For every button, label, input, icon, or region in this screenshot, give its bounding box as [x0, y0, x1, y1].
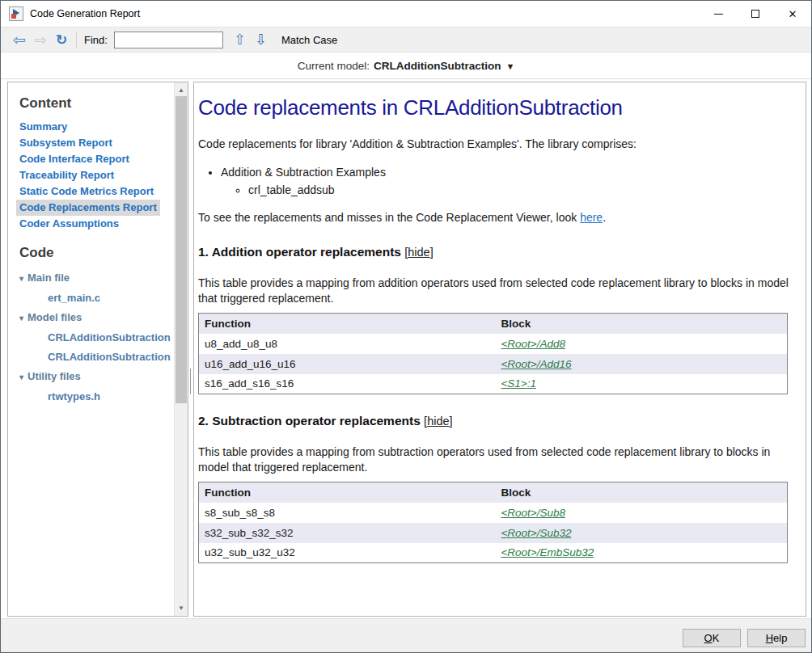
table-header-row: Function Block — [199, 314, 788, 334]
section-2-heading: 2. Subtraction operator replacements [hi… — [198, 414, 796, 428]
table-row: u8_add_u8_u8 <Root>/Add8 — [199, 334, 788, 354]
code-replacement-viewer-link[interactable]: here — [580, 211, 603, 224]
report-app-icon-square — [11, 14, 16, 19]
function-cell: s8_sub_s8_s8 — [199, 503, 496, 523]
table-row: s32_sub_s32_s32 <Root>/Sub32 — [199, 523, 788, 543]
sidebar-item-subsystem-report[interactable]: Subsystem Report — [19, 135, 112, 151]
block-link[interactable]: <Root>/Add16 — [501, 358, 571, 370]
find-label: Find: — [84, 34, 108, 46]
block-link[interactable]: <Root>/Add8 — [501, 338, 565, 350]
toolbar-separator — [76, 32, 77, 48]
function-cell: u16_add_u16_u16 — [199, 354, 496, 374]
window-controls: ✕ — [700, 1, 811, 27]
maximize-button[interactable] — [737, 1, 774, 27]
scroll-down-icon[interactable]: ▼ — [175, 605, 188, 612]
scroll-up-icon[interactable]: ▲ — [175, 86, 188, 94]
block-link[interactable]: <Root>/EmbSub32 — [501, 546, 594, 558]
minimize-button[interactable] — [700, 1, 737, 27]
collapse-icon[interactable]: ▾ — [19, 314, 23, 322]
block-column-header: Block — [495, 482, 787, 503]
content-heading: Content — [19, 95, 174, 112]
minimize-icon — [714, 14, 723, 15]
tree-file-rtwtypes-h[interactable]: rtwtypes.h — [19, 387, 174, 407]
table-row: s8_sub_s8_s8 <Root>/Sub8 — [199, 503, 788, 523]
find-input[interactable] — [114, 32, 223, 48]
code-heading: Code — [19, 245, 174, 261]
maximize-icon — [751, 10, 759, 18]
find-previous-icon[interactable]: ⇧ — [231, 31, 249, 48]
table-row: s16_add_s16_s16 <S1>:1 — [199, 374, 788, 394]
tree-file-ert-main-c[interactable]: ert_main.c — [19, 289, 174, 308]
library-table-item: crl_table_addsub — [248, 181, 796, 199]
function-cell: u8_add_u8_u8 — [199, 334, 496, 354]
sidebar-item-code-replacements-report[interactable]: Code Replacements Report — [16, 200, 160, 216]
page-title: Code replacements in CRLAdditionSubtract… — [198, 95, 796, 120]
section-1-hide-link[interactable]: hide — [408, 246, 429, 259]
section-1-description: This table provides a mapping from addit… — [198, 276, 796, 306]
dialog-footer: OK Help — [1, 618, 811, 652]
report-content: Code replacements in CRLAdditionSubtract… — [194, 82, 806, 563]
back-icon[interactable]: ⇦ — [9, 32, 30, 48]
report-panel: Code replacements in CRLAdditionSubtract… — [193, 82, 806, 617]
ok-button[interactable]: OK — [683, 629, 741, 647]
intro-paragraph: Code replacements for library 'Addition … — [198, 137, 796, 152]
close-button[interactable]: ✕ — [774, 1, 811, 27]
library-sublist: crl_table_addsub — [248, 181, 796, 199]
tree-node-utility-files[interactable]: ▾Utility files — [19, 367, 174, 387]
addition-replacements-table: Function Block u8_add_u8_u8 <Root>/Add8 … — [198, 313, 788, 394]
block-link[interactable]: <Root>/Sub8 — [501, 507, 565, 519]
sidebar-item-coder-assumptions[interactable]: Coder Assumptions — [19, 216, 119, 232]
function-cell: u32_sub_u32_u32 — [199, 543, 496, 563]
section-2-hide-link[interactable]: hide — [427, 415, 449, 428]
close-icon: ✕ — [789, 9, 797, 19]
current-model-name[interactable]: CRLAdditionSubtraction — [374, 60, 501, 72]
sidebar-scrollbar[interactable]: ▲ ▼ — [174, 82, 188, 616]
tree-node-main-file[interactable]: ▾Main file — [19, 268, 174, 289]
section-2-description: This table provides a mapping from subtr… — [198, 444, 796, 475]
current-model-prefix: Current model: — [298, 60, 370, 72]
help-button[interactable]: Help — [747, 629, 806, 647]
scrollbar-thumb[interactable] — [176, 96, 187, 403]
table-row: u32_sub_u32_u32 <Root>/EmbSub32 — [199, 543, 788, 563]
block-link[interactable]: <Root>/Sub32 — [501, 527, 571, 539]
collapse-icon[interactable]: ▾ — [19, 373, 23, 381]
function-cell: s32_sub_s32_s32 — [199, 523, 496, 543]
report-app-icon — [9, 6, 23, 21]
table-row: u16_add_u16_u16 <Root>/Add16 — [199, 354, 788, 374]
window-title: Code Generation Report — [30, 8, 140, 19]
model-dropdown-icon[interactable]: ▼ — [505, 61, 514, 71]
sidebar-content: Content Summary Subsystem Report Code In… — [8, 82, 174, 616]
tree-file-model-c[interactable]: CRLAdditionSubtraction — [19, 328, 174, 348]
table-header-row: Function Block — [199, 482, 788, 503]
forward-icon[interactable]: ⇨ — [30, 32, 51, 48]
block-column-header: Block — [495, 314, 787, 334]
match-case-label[interactable]: Match Case — [281, 34, 337, 46]
panel-splitter-handle[interactable] — [190, 369, 191, 394]
function-column-header: Function — [199, 482, 496, 503]
sidebar-item-code-interface-report[interactable]: Code Interface Report — [19, 151, 129, 167]
find-next-icon[interactable]: ⇩ — [252, 31, 270, 48]
subtraction-replacements-table: Function Block s8_sub_s8_s8 <Root>/Sub8 … — [198, 482, 788, 563]
find-toolbar: ⇦ ⇨ ↻ Find: ⇧ ⇩ Match Case — [1, 27, 811, 53]
current-model-bar: Current model: CRLAdditionSubtraction ▼ — [1, 53, 811, 79]
collapse-icon[interactable]: ▾ — [19, 274, 23, 283]
function-column-header: Function — [199, 314, 496, 334]
function-cell: s16_add_s16_s16 — [199, 374, 496, 394]
tree-file-model-h[interactable]: CRLAdditionSubtraction — [19, 348, 174, 367]
section-1-heading: 1. Addition operator replacements [hide] — [198, 245, 796, 259]
sidebar-item-traceability-report[interactable]: Traceability Report — [19, 167, 114, 183]
block-link[interactable]: <S1>:1 — [501, 377, 536, 390]
library-list: Addition & Subtraction Examples crl_tabl… — [221, 163, 796, 199]
code-generation-report-window: Code Generation Report ✕ ⇦ ⇨ ↻ Find: ⇧ ⇩… — [0, 0, 812, 653]
sidebar-item-summary[interactable]: Summary — [19, 119, 67, 135]
viewer-paragraph: To see the replacements and misses in th… — [198, 210, 796, 225]
title-bar: Code Generation Report ✕ — [1, 1, 811, 27]
library-item: Addition & Subtraction Examples crl_tabl… — [221, 163, 796, 199]
navigation-sidebar: Content Summary Subsystem Report Code In… — [7, 82, 188, 617]
sidebar-item-static-code-metrics-report[interactable]: Static Code Metrics Report — [19, 183, 154, 200]
tree-node-model-files[interactable]: ▾Model files — [19, 308, 174, 328]
refresh-icon[interactable]: ↻ — [51, 33, 72, 47]
